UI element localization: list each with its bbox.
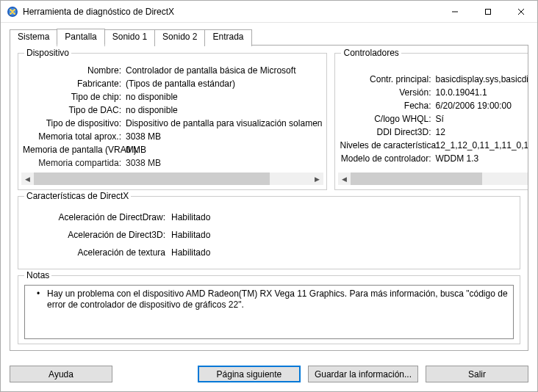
exit-button[interactable]: Salir xyxy=(426,366,528,382)
driver-version-label: Versión: xyxy=(340,86,435,99)
feat-tex-value: Habilitado xyxy=(171,244,210,261)
scroll-thumb[interactable] xyxy=(34,173,270,185)
device-totalmem-value: 3038 MB xyxy=(126,130,322,143)
feat-tex-label: Aceleración de textura xyxy=(24,244,171,261)
dxdiag-window: Herramienta de diagnóstico de DirectX Si… xyxy=(0,0,538,392)
tab-sonido1[interactable]: Sonido 1 xyxy=(104,29,155,46)
drivers-hscroll[interactable]: ◀ ▶ xyxy=(338,173,528,185)
device-group: Dispositivo Nombre:Controlador de pantal… xyxy=(18,53,327,190)
device-shared-label: Memoria compartida: xyxy=(23,156,126,170)
save-info-button[interactable]: Guardar la información... xyxy=(308,366,418,382)
device-manufacturer-label: Fabricante: xyxy=(23,77,126,90)
drivers-kv: Contr. principal:basicdisplay.sys,basicd… xyxy=(338,62,528,170)
drivers-legend: Controladores xyxy=(341,48,401,58)
window-controls xyxy=(438,1,537,22)
feat-d3d-label: Aceleración de Direct3D: xyxy=(24,226,171,244)
device-dac-value: no disponible xyxy=(126,104,322,117)
device-manufacturer-value: (Tipos de pantalla estándar) xyxy=(126,77,322,90)
device-type-label: Tipo de dispositivo: xyxy=(23,117,126,130)
driver-whql-value: Sí xyxy=(435,112,528,126)
dxfeat-legend: Características de DirectX xyxy=(24,191,131,201)
tab-strip: Sistema Pantalla Sonido 1 Sonido 2 Entra… xyxy=(10,29,528,46)
device-name-label: Nombre: xyxy=(23,64,126,77)
driver-main-value: basicdisplay.sys,basicdisplay xyxy=(435,73,528,86)
driver-date-label: Fecha: xyxy=(340,99,435,112)
top-row: Dispositivo Nombre:Controlador de pantal… xyxy=(18,53,520,190)
scroll-track[interactable] xyxy=(351,173,528,185)
scroll-track[interactable] xyxy=(34,173,311,185)
note-line: • Hay un problema con el dispositivo AMD… xyxy=(29,288,509,311)
note-text: Hay un problema con el dispositivo AMD R… xyxy=(47,288,509,311)
notes-textbox[interactable]: • Hay un problema con el dispositivo AMD… xyxy=(24,285,514,339)
content-area: Sistema Pantalla Sonido 1 Sonido 2 Entra… xyxy=(1,23,537,358)
driver-feat-value: 12_1,12_0,11_1,11_0,10_1, xyxy=(435,139,528,152)
scroll-thumb[interactable] xyxy=(351,173,481,185)
feat-ddraw-label: Aceleración de DirectDraw: xyxy=(24,208,171,226)
driver-model-label: Modelo de controlador: xyxy=(340,152,435,165)
next-page-button[interactable]: Página siguiente xyxy=(198,366,301,382)
device-chip-label: Tipo de chip: xyxy=(23,90,126,104)
window-title: Herramienta de diagnóstico de DirectX xyxy=(23,7,438,17)
tab-entrada[interactable]: Entrada xyxy=(204,29,251,46)
tab-sonido2[interactable]: Sonido 2 xyxy=(154,29,205,46)
device-vram-label: Memoria de pantalla (VRAM): xyxy=(23,145,126,156)
driver-ddi-label: DDI Direct3D: xyxy=(340,126,435,139)
driver-version-value: 10.0.19041.1 xyxy=(435,86,528,99)
driver-ddi-value: 12 xyxy=(435,126,528,139)
driver-main-label: Contr. principal: xyxy=(340,73,435,86)
help-button[interactable]: Ayuda xyxy=(10,366,112,382)
feat-ddraw-value: Habilitado xyxy=(171,208,210,226)
device-chip-value: no disponible xyxy=(126,90,322,104)
device-type-value: Dispositivo de pantalla para visualizaci… xyxy=(126,117,322,130)
notes-group: Notas • Hay un problema con el dispositi… xyxy=(18,275,520,344)
driver-whql-label: C/logo WHQL: xyxy=(340,112,435,126)
tab-sistema[interactable]: Sistema xyxy=(10,29,57,46)
scroll-left-icon[interactable]: ◀ xyxy=(338,173,351,185)
device-shared-value: 3038 MB xyxy=(126,156,322,170)
tab-body: Dispositivo Nombre:Controlador de pantal… xyxy=(10,45,528,351)
device-legend: Dispositivo xyxy=(24,48,71,58)
device-name-value: Controlador de pantalla básica de Micros… xyxy=(126,64,322,77)
feat-d3d-value: Habilitado xyxy=(171,226,210,244)
device-vram-value: 0 MB xyxy=(126,143,322,156)
minimize-button[interactable] xyxy=(438,1,471,22)
dx-features-group: Características de DirectX Aceleración d… xyxy=(18,196,520,269)
device-dac-label: Tipo de DAC: xyxy=(23,104,126,117)
scroll-left-icon[interactable]: ◀ xyxy=(21,173,34,185)
app-icon xyxy=(7,6,18,18)
maximize-button[interactable] xyxy=(471,1,504,22)
tab-pantalla[interactable]: Pantalla xyxy=(57,29,104,46)
driver-date-value: 6/20/2006 19:00:00 xyxy=(435,99,528,112)
scroll-right-icon[interactable]: ▶ xyxy=(311,173,323,185)
notes-legend: Notas xyxy=(24,270,51,280)
device-hscroll[interactable]: ◀ ▶ xyxy=(21,173,323,185)
driver-feat-label: Niveles de característica: xyxy=(340,139,435,152)
bullet-icon: • xyxy=(29,288,47,311)
device-kv: Nombre:Controlador de pantalla básica de… xyxy=(21,62,323,170)
device-totalmem-label: Memoria total aprox.: xyxy=(23,130,126,143)
button-row: Ayuda Página siguiente Guardar la inform… xyxy=(1,358,537,391)
titlebar: Herramienta de diagnóstico de DirectX xyxy=(1,1,537,23)
driver-model-value: WDDM 1.3 xyxy=(435,152,528,165)
svg-rect-3 xyxy=(485,9,490,14)
close-button[interactable] xyxy=(504,1,537,22)
drivers-group: Controladores Contr. principal:basicdisp… xyxy=(334,53,528,190)
